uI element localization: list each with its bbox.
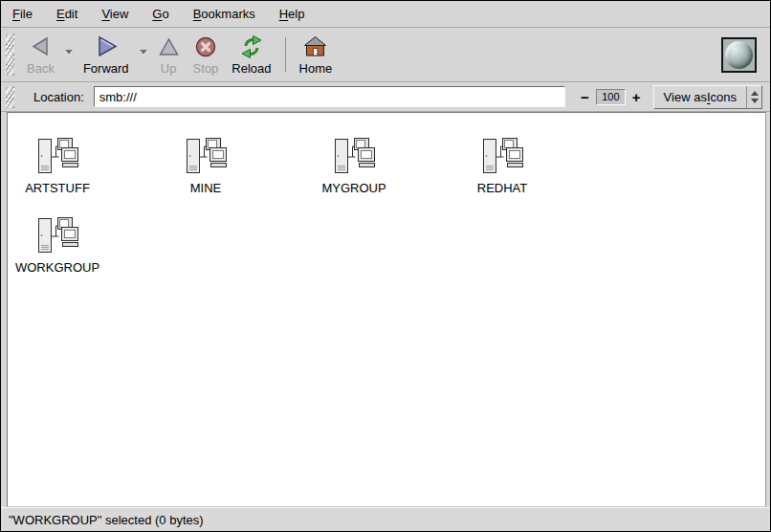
back-button[interactable]: Back <box>20 30 61 79</box>
back-history-dropdown[interactable] <box>61 35 77 68</box>
zoom-level-indicator[interactable]: 100 <box>596 89 626 105</box>
throbber-sphere-icon <box>725 41 753 69</box>
toolbar: Back Forward Up Stop <box>1 28 770 82</box>
network-workgroup-icon <box>35 216 79 255</box>
up-label: Up <box>161 62 177 76</box>
file-manager-window: File Edit View Go Bookmarks Help Back Fo… <box>0 0 771 532</box>
back-label: Back <box>27 62 55 76</box>
status-text: "WORKGROUP" selected (0 bytes) <box>9 513 204 527</box>
network-workgroup-icon <box>480 137 524 175</box>
statusbar: "WORKGROUP" selected (0 bytes) <box>1 507 770 531</box>
throbber <box>721 37 757 73</box>
home-button[interactable]: Home <box>293 30 340 79</box>
view-as-dropdown[interactable]: View as Icons <box>653 85 762 109</box>
icon-view[interactable]: ARTSTUFF MINE <box>7 112 766 507</box>
up-icon <box>158 33 180 59</box>
icon-label: REDHAT <box>477 181 527 195</box>
forward-icon <box>94 33 119 59</box>
icon-label: WORKGROUP <box>15 260 99 275</box>
smb-group-mine[interactable]: MINE <box>163 137 249 195</box>
view-as-label: View as Icons <box>654 86 746 108</box>
network-workgroup-icon <box>332 137 376 175</box>
chevron-down-icon <box>65 50 73 55</box>
icon-label: MINE <box>190 181 222 195</box>
zoom-out-button[interactable]: − <box>581 90 589 104</box>
icon-label: MYGROUP <box>321 181 386 195</box>
menu-help[interactable]: Help <box>277 4 307 24</box>
network-workgroup-icon <box>35 137 79 175</box>
menu-bookmarks[interactable]: Bookmarks <box>191 4 257 24</box>
dropdown-indicator-icon <box>746 86 761 108</box>
menubar: File Edit View Go Bookmarks Help <box>1 1 770 28</box>
smb-group-redhat[interactable]: REDHAT <box>459 137 545 195</box>
smb-group-mygroup[interactable]: MYGROUP <box>311 137 397 195</box>
location-bar-grip-handle[interactable] <box>6 86 14 108</box>
network-workgroup-icon <box>184 137 228 175</box>
forward-label: Forward <box>83 62 129 76</box>
menu-go[interactable]: Go <box>150 4 170 24</box>
toolbar-grip-handle[interactable] <box>6 33 14 76</box>
stop-label: Stop <box>193 62 219 76</box>
smb-group-artstuff[interactable]: ARTSTUFF <box>14 137 100 195</box>
forward-history-dropdown[interactable] <box>136 35 151 68</box>
back-icon <box>29 33 52 59</box>
menu-view[interactable]: View <box>99 4 130 24</box>
home-icon <box>303 33 327 59</box>
stop-button[interactable]: Stop <box>187 30 226 79</box>
menu-edit[interactable]: Edit <box>55 4 79 24</box>
smb-group-workgroup[interactable]: WORKGROUP <box>14 216 100 275</box>
icon-label: ARTSTUFF <box>25 181 90 195</box>
chevron-down-icon <box>140 50 147 55</box>
location-input[interactable] <box>94 86 565 107</box>
zoom-in-button[interactable]: + <box>632 90 641 104</box>
up-button[interactable]: Up <box>151 30 187 79</box>
reload-label: Reload <box>231 62 271 76</box>
reload-icon <box>239 33 264 59</box>
location-label: Location: <box>33 90 84 104</box>
location-bar: Location: − 100 + View as Icons <box>1 82 770 112</box>
reload-button[interactable]: Reload <box>225 30 277 79</box>
forward-button[interactable]: Forward <box>77 30 136 79</box>
toolbar-separator <box>285 37 286 72</box>
menu-file[interactable]: File <box>11 4 34 24</box>
stop-icon <box>194 33 217 59</box>
icon-grid: ARTSTUFF MINE <box>8 113 620 296</box>
home-label: Home <box>299 62 333 76</box>
